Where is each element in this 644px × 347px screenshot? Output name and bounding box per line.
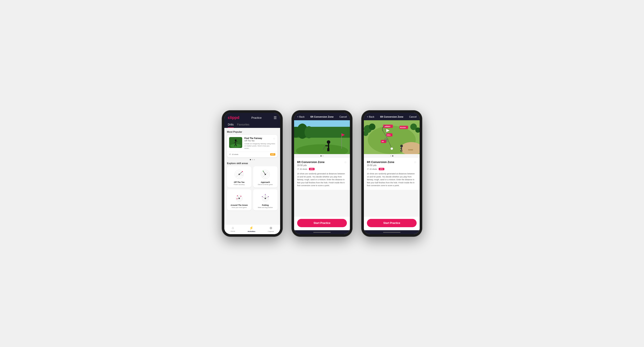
phone3-header-title: 6ft Conversion Zone — [380, 115, 403, 118]
phone1-content: Most Popular — [224, 128, 280, 224]
back-button-3[interactable]: < Back — [367, 115, 374, 118]
image-dots-3 — [364, 154, 420, 158]
cancel-button[interactable]: Cancel — [340, 115, 347, 118]
phone-1: clippd Practice ☰ Drills Favourites Most… — [222, 110, 283, 237]
drill-title-3: 6ft Conversion Zone — [367, 160, 394, 164]
hamburger-icon[interactable]: ☰ — [274, 116, 277, 120]
drill-subtitle-3: 10-50 yds — [367, 164, 394, 167]
arg-tag-3: ARG — [379, 168, 384, 170]
svg-text:SAND: SAND — [408, 149, 413, 151]
svg-rect-51 — [327, 148, 328, 151]
capture-label: Capture — [268, 230, 274, 232]
shots-info-3: ⏱ 20 shots — [367, 168, 377, 170]
skill-atg-desc: Hone your short game — [232, 207, 246, 208]
featured-card[interactable]: Find The Fairway Off The Tee ☆ Create an… — [227, 135, 278, 157]
phone-3-screen: < Back 6ft Conversion Zone Cancel SAND — [364, 113, 420, 234]
favourite-icon[interactable]: ☆ — [344, 160, 347, 164]
drill-info-3: 6ft Conversion Zone 10-50 yds ☆ ⏱ 20 sho… — [364, 158, 420, 190]
skill-approach-desc: Dial-in to hit the green — [258, 184, 273, 185]
svg-point-48 — [327, 140, 330, 144]
tab-drills[interactable]: Drills — [228, 122, 234, 128]
skill-approach[interactable]: Approach Dial-in to hit the green — [253, 166, 278, 187]
arg-tag: ARG — [309, 168, 314, 170]
phone2-bottom: Start Practice — [294, 217, 350, 230]
capture-icon: ⊕ — [270, 226, 272, 230]
svg-point-76 — [391, 148, 393, 150]
card-footer: ⏱ 10 shots OTT — [227, 152, 278, 157]
skill-approach-name: Approach — [261, 181, 270, 183]
drill-description: 20 shots are randomly generated at dista… — [297, 172, 347, 187]
nav-home[interactable]: ⌂ Home — [230, 226, 235, 232]
svg-rect-79 — [400, 148, 402, 149]
dot-3 — [254, 159, 255, 160]
img3-dot-2 — [392, 155, 393, 156]
svg-point-2 — [235, 139, 236, 141]
favourite-icon[interactable]: ☆ — [273, 137, 275, 142]
activities-label: Activities — [248, 230, 256, 232]
approach-icon — [259, 169, 272, 180]
nav-capture[interactable]: ⊕ Capture — [268, 226, 274, 232]
atg-icon — [232, 192, 246, 203]
home-indicator — [294, 230, 350, 234]
phone-1-screen: clippd Practice ☰ Drills Favourites Most… — [224, 113, 280, 234]
start-practice-button-3[interactable]: Start Practice — [367, 219, 416, 227]
image-dots — [294, 154, 350, 158]
phone2-header: < Back 6ft Conversion Zone Cancel — [294, 113, 350, 120]
img-dot-2 — [322, 155, 324, 156]
putting-icon — [259, 192, 272, 203]
header-title: Practice — [251, 116, 262, 119]
nav-activities[interactable]: ⚡ Activities — [248, 226, 256, 232]
svg-point-85 — [386, 139, 387, 141]
img-dot-1 — [320, 155, 322, 156]
card-image — [229, 137, 242, 148]
drill-subtitle: 10-50 yds — [297, 164, 324, 167]
phone3-header: < Back 6ft Conversion Zone Cancel — [364, 113, 420, 120]
start-practice-button[interactable]: Start Practice — [297, 219, 347, 227]
skill-atg-name: Around The Green — [230, 204, 248, 206]
skill-ott-desc: Power accuracy — [234, 184, 244, 185]
svg-rect-49 — [328, 144, 329, 148]
map-image: SAND FAIRWAY ROUGH — [364, 120, 420, 154]
ott-tag: OTT — [270, 153, 275, 156]
card-text: Find The Fairway Off The Tee ☆ Create an… — [244, 137, 275, 150]
svg-text:Miss: Miss — [387, 134, 391, 136]
explore-title: Explore skill areas — [227, 162, 278, 165]
home-bar-3 — [383, 232, 400, 233]
phone2-header-title: 6ft Conversion Zone — [310, 115, 334, 118]
dot-1 — [250, 159, 251, 160]
carousel-dots — [227, 159, 278, 160]
home-indicator-3 — [364, 230, 420, 234]
tabs-bar: Drills Favourites — [224, 122, 280, 128]
phone1-header: clippd Practice ☰ — [224, 113, 280, 122]
cancel-button-3[interactable]: Cancel — [409, 115, 416, 118]
skill-putting[interactable]: Putting Make and lag practice — [253, 189, 278, 210]
logo: clippd — [228, 115, 239, 120]
skill-around-green[interactable]: Around The Green Hone your short game — [227, 189, 251, 210]
card-title: Find The Fairway — [244, 137, 262, 139]
drill-header-3: 6ft Conversion Zone 10-50 yds ☆ — [367, 160, 416, 167]
skill-putting-desc: Make and lag practice — [258, 207, 273, 208]
drill-title: 6ft Conversion Zone — [297, 160, 324, 164]
skill-off-the-tee[interactable]: Off The Tee Power accuracy — [227, 166, 251, 187]
svg-rect-50 — [325, 145, 328, 146]
svg-point-1 — [230, 144, 241, 148]
drill-meta: ⏱ 20 shots ARG — [297, 168, 347, 170]
back-button[interactable]: < Back — [297, 115, 304, 118]
svg-rect-80 — [400, 150, 401, 152]
shots-info: ⏱ 20 shots — [297, 168, 307, 170]
home-icon: ⌂ — [232, 226, 234, 230]
tab-favourites[interactable]: Favourites — [237, 122, 250, 128]
svg-rect-81 — [402, 150, 402, 152]
shot-count: ⏱ 10 shots — [229, 153, 238, 155]
svg-point-13 — [242, 171, 243, 172]
phone3-bottom: Start Practice — [364, 217, 420, 230]
svg-point-77 — [400, 145, 403, 147]
most-popular-title: Most Popular — [227, 131, 278, 133]
skill-putting-name: Putting — [262, 204, 269, 206]
skill-ott-name: Off The Tee — [234, 181, 244, 183]
favourite-icon-3[interactable]: ☆ — [414, 160, 416, 164]
svg-rect-52 — [328, 148, 330, 151]
phone-3: < Back 6ft Conversion Zone Cancel SAND — [361, 110, 422, 237]
img3-dot-1 — [390, 155, 391, 156]
card-subtitle: Off The Tee — [244, 140, 262, 142]
